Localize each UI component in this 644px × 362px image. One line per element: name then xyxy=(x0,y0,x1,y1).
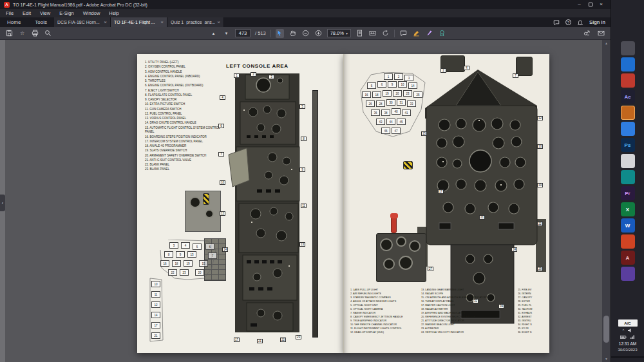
schematic-callout-box: 23 xyxy=(403,90,412,97)
page-spread: 1. UTILITY PANEL (LEFT)2. OXYGEN CONTROL… xyxy=(137,54,549,353)
menu-item[interactable]: Help xyxy=(104,10,123,16)
scrollbar-thumb[interactable] xyxy=(603,316,609,343)
maximize-button[interactable] xyxy=(585,0,596,9)
legend-item: 5. THROTTLES xyxy=(145,79,222,84)
legend-item: 9. CANOPY SELECTOR xyxy=(145,98,222,102)
emergency-red-handle xyxy=(391,216,397,233)
fit-width-icon[interactable] xyxy=(368,29,377,38)
schematic-callout-box: 7 xyxy=(208,252,217,259)
fit-page-icon[interactable] xyxy=(355,29,364,38)
page-title: LEFT CONSOLE AREA xyxy=(226,63,289,69)
tab-tools[interactable]: Tools xyxy=(28,17,54,27)
next-page-icon[interactable]: ▼ xyxy=(222,29,231,38)
navigation-pane-toggle[interactable]: ‹ xyxy=(0,195,5,211)
schematic-callout-box: 20 xyxy=(393,90,402,97)
show-desktop-button[interactable] xyxy=(611,356,644,358)
menu-item[interactable]: View xyxy=(35,10,55,16)
legend-item: 15. AUTOMATIC FLIGHT CONTROL SYSTEM CONT… xyxy=(145,126,222,135)
taskbar-app-icon[interactable]: Pr xyxy=(621,186,635,200)
network-icon[interactable] xyxy=(630,334,635,339)
legend-item: 14. DRAG CHUTE CONTROL HANDLE xyxy=(145,121,222,126)
document-tab-label: TO 1F-4E-1 Flight ... xyxy=(114,20,158,24)
minimize-button[interactable]: – xyxy=(574,0,585,9)
rotate-view-icon[interactable] xyxy=(381,29,390,38)
page-number-input[interactable]: 473 xyxy=(235,29,251,37)
drag-chute-handle xyxy=(203,193,209,205)
comment-bubble-icon[interactable] xyxy=(399,29,408,38)
print-icon[interactable] xyxy=(31,29,39,38)
taskbar-app-icon[interactable] xyxy=(621,73,635,88)
feedback-bubble-icon[interactable] xyxy=(553,19,560,26)
legend-item: 1. LABS PULL-UP LIGHT xyxy=(350,289,417,292)
taskbar-app-icon[interactable] xyxy=(621,122,635,136)
speaker-icon[interactable] xyxy=(627,328,632,333)
close-button[interactable]: × xyxy=(596,0,607,9)
scroll-down-icon[interactable]: ▼ xyxy=(605,357,608,361)
schematic-callout-box: 11 xyxy=(151,291,160,298)
manual-page-left: 1. UTILITY PANEL (LEFT)2. OXYGEN CONTROL… xyxy=(137,54,343,353)
zoom-out-icon[interactable] xyxy=(301,29,310,38)
zoom-level-dropdown[interactable]: 78.0% ▾ xyxy=(327,29,351,37)
close-tab-icon[interactable]: × xyxy=(217,19,220,25)
favorite-star-icon[interactable]: ☆ xyxy=(18,29,26,38)
schematic-callout-box: 23 xyxy=(180,269,189,276)
previous-page-icon[interactable]: ▲ xyxy=(209,29,218,38)
zoom-in-icon[interactable] xyxy=(314,29,323,38)
close-tab-icon[interactable]: × xyxy=(104,19,107,25)
schematic-callout-box: 47 xyxy=(392,128,401,134)
sign-in-button[interactable]: Sign In xyxy=(589,19,605,25)
sign-pen-icon[interactable] xyxy=(425,29,433,38)
close-tab-icon[interactable]: × xyxy=(160,19,164,25)
scroll-up-icon[interactable]: ▲ xyxy=(605,41,608,45)
schematic-callout-box: 3 xyxy=(404,75,413,81)
console-side-strip xyxy=(312,90,318,338)
console-schematic-drawing: 34567891315161819202223101112141721 xyxy=(146,240,222,344)
search-icon[interactable] xyxy=(44,29,52,38)
document-tab-active[interactable]: TO 1F-4E-1 Flight ... × xyxy=(111,17,167,27)
legend-item: 3. STANDBY MAGNETIC COMPASS xyxy=(350,296,417,300)
taskbar-app-icon[interactable]: A xyxy=(621,251,635,265)
highlighter-icon[interactable] xyxy=(412,29,421,38)
taskbar-clock[interactable]: 12:31 AM 30/03/2023 xyxy=(618,341,637,353)
save-icon[interactable] xyxy=(5,29,14,38)
menu-item[interactable]: E-Sign xyxy=(55,10,79,16)
share-icon[interactable] xyxy=(583,29,591,38)
notifications-bell-icon[interactable] xyxy=(577,19,583,26)
send-email-icon[interactable] xyxy=(597,29,605,38)
tab-home[interactable]: Home xyxy=(0,17,28,27)
vertical-scrollbar[interactable]: ▲ ▼ xyxy=(602,40,611,362)
document-tab[interactable]: DCS F/A-18C Horn... × xyxy=(54,17,111,27)
taskbar-app-icon[interactable]: Ae xyxy=(621,90,635,104)
taskbar-app-icon[interactable] xyxy=(621,57,635,71)
taskbar-app-icon[interactable]: Ps xyxy=(621,138,635,152)
schematic-callout-box: 19 xyxy=(184,260,193,267)
taskbar-app-icon[interactable]: W xyxy=(621,218,635,233)
menu-item[interactable]: Window xyxy=(79,10,105,16)
legend-item: 12. HEAD-UP DISPLAY (HUD) xyxy=(350,331,417,335)
legend-item: 27. CANOPY xyxy=(518,296,549,300)
battery-icon[interactable] xyxy=(620,335,627,339)
taskbar-app-icon[interactable]: X xyxy=(621,202,635,216)
taskbar-app-icon[interactable] xyxy=(621,234,635,249)
taskbar-app-icon[interactable] xyxy=(621,154,635,168)
legend-item: 20. ARMAMENT SAFETY OVERRIDE SWITCH xyxy=(145,154,222,158)
panel-legend-col3: 25. FIRE-EV26. INTERN27. CANOPY28. EXTER… xyxy=(518,289,549,335)
stamp-badge-icon[interactable] xyxy=(438,29,446,38)
clock-date: 30/03/2023 xyxy=(618,347,637,353)
hidden-icons-caret[interactable]: ^ xyxy=(623,329,625,332)
schematic-callout-box: 20 xyxy=(195,269,204,276)
zoom-level-value: 78.0% xyxy=(330,30,344,36)
taskbar-app-icon[interactable] xyxy=(621,170,635,184)
select-tool-icon[interactable] xyxy=(276,29,284,38)
help-icon[interactable]: ? xyxy=(565,19,571,25)
taskbar-app-icon[interactable] xyxy=(621,41,635,55)
tray-status-badge[interactable]: A/C xyxy=(618,319,638,327)
menu-item[interactable]: File xyxy=(1,10,18,16)
hand-tool-icon[interactable] xyxy=(289,29,297,38)
tabbar-right-cluster: ? Sign In xyxy=(553,17,611,27)
taskbar-app-icon[interactable] xyxy=(621,267,635,281)
menu-item[interactable]: Edit xyxy=(18,10,35,16)
document-tab[interactable]: Quiz 1_practice_ans... × xyxy=(167,17,224,27)
taskbar-app-icon[interactable] xyxy=(621,106,635,120)
legend-item: 19. SLATS OVERRIDE SWITCH xyxy=(145,149,222,153)
